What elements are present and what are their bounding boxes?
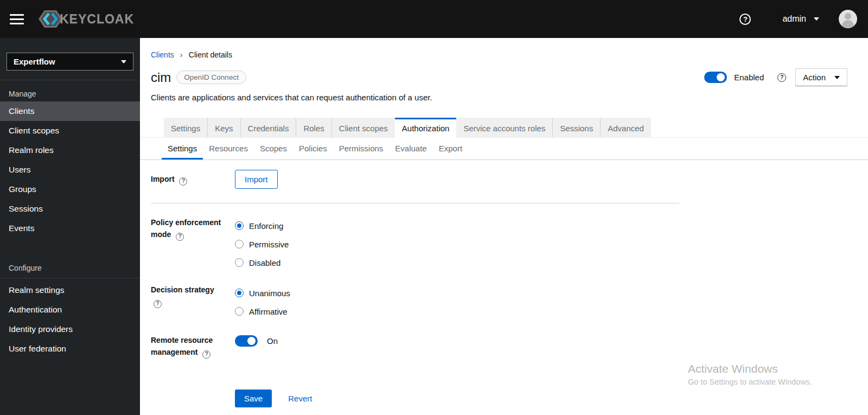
page-description: Clients are applications and services th… — [151, 93, 847, 102]
tab-advanced[interactable]: Advanced — [601, 118, 651, 137]
enabled-toggle[interactable] — [704, 72, 727, 83]
username: admin — [782, 14, 806, 24]
sidebar: Expertflow Manage Clients Client scopes … — [0, 38, 140, 415]
breadcrumb-clients-link[interactable]: Clients — [151, 50, 174, 59]
content-area: Clients › Client details cim OpenID Conn… — [140, 38, 868, 415]
tab-roles[interactable]: Roles — [296, 118, 331, 137]
client-tabs: Settings Keys Credentials Roles Client s… — [140, 118, 868, 138]
nav-group-configure: Configure Realm settings Authentication … — [0, 254, 140, 359]
form-divider — [151, 203, 679, 203]
policy-enforcement-mode-radios: Enforcing Permissive Disabled — [235, 216, 289, 272]
nav-group-title: Manage — [0, 80, 140, 101]
import-label: Import ? — [151, 173, 224, 186]
chevron-down-icon — [814, 17, 819, 21]
tab-keys[interactable]: Keys — [208, 118, 240, 137]
action-label: Action — [803, 73, 826, 82]
radio-icon[interactable] — [235, 240, 244, 248]
realm-selector[interactable]: Expertflow — [7, 53, 133, 71]
radio-icon[interactable] — [235, 221, 244, 230]
sidebar-item-realm-roles[interactable]: Realm roles — [0, 141, 140, 160]
subtab-permissions[interactable]: Permissions — [333, 138, 390, 159]
protocol-badge: OpenID Connect — [176, 71, 246, 84]
radio-icon[interactable] — [235, 307, 244, 316]
subtab-policies[interactable]: Policies — [293, 138, 333, 159]
radio-affirmative[interactable]: Affirmative — [235, 302, 290, 321]
sidebar-item-authentication[interactable]: Authentication — [0, 300, 140, 320]
avatar[interactable] — [839, 10, 857, 28]
sidebar-item-users[interactable]: Users — [0, 160, 140, 180]
tab-client-scopes[interactable]: Client scopes — [332, 118, 395, 137]
decision-strategy-help-icon[interactable]: ? — [154, 300, 162, 308]
sidebar-item-realm-settings[interactable]: Realm settings — [0, 280, 140, 300]
radio-icon[interactable] — [235, 289, 244, 297]
breadcrumb: Clients › Client details — [151, 50, 847, 59]
chevron-down-icon — [834, 76, 840, 79]
brand-name: KEYCLOAK — [60, 12, 134, 27]
page-title: cim — [151, 70, 171, 85]
sidebar-item-clients[interactable]: Clients — [0, 101, 140, 121]
remote-resource-management-toggle[interactable] — [235, 335, 258, 347]
sidebar-item-identity-providers[interactable]: Identity providers — [0, 320, 140, 339]
hamburger-menu-icon[interactable] — [10, 14, 24, 24]
tab-authorization[interactable]: Authorization — [395, 118, 457, 138]
tab-credentials[interactable]: Credentials — [241, 118, 297, 137]
help-icon[interactable]: ? — [739, 14, 751, 25]
radio-icon[interactable] — [235, 258, 244, 267]
sidebar-item-user-federation[interactable]: User federation — [0, 339, 140, 359]
breadcrumb-separator-icon: › — [180, 50, 183, 59]
subtab-resources[interactable]: Resources — [203, 138, 254, 159]
enabled-help-icon[interactable]: ? — [777, 73, 786, 82]
subtab-evaluate[interactable]: Evaluate — [389, 138, 432, 159]
radio-unanimous[interactable]: Unanimous — [235, 284, 290, 302]
radio-disabled[interactable]: Disabled — [235, 253, 289, 272]
activate-windows-watermark: Activate Windows Go to Settings to activ… — [688, 362, 812, 386]
revert-link[interactable]: Revert — [288, 394, 312, 403]
radio-enforcing[interactable]: Enforcing — [235, 216, 289, 235]
remote-resource-management-help-icon[interactable]: ? — [202, 350, 210, 359]
import-button[interactable]: Import — [235, 170, 278, 189]
subtab-export[interactable]: Export — [433, 138, 468, 159]
sidebar-item-groups[interactable]: Groups — [0, 180, 140, 199]
tab-service-accounts-roles[interactable]: Service accounts roles — [456, 118, 553, 137]
authorization-subtabs: Settings Resources Scopes Policies Permi… — [140, 138, 868, 160]
avatar-person-icon — [845, 13, 851, 20]
radio-permissive[interactable]: Permissive — [235, 235, 289, 253]
remote-resource-management-label: Remote resource management ? — [151, 334, 224, 359]
enabled-label: Enabled — [734, 73, 764, 82]
toggle-state-label: On — [267, 336, 278, 346]
decision-strategy-label: Decision strategy ? — [151, 284, 224, 308]
action-dropdown[interactable]: Action — [795, 68, 847, 86]
decision-strategy-radios: Unanimous Affirmative — [235, 284, 290, 321]
policy-enforcement-mode-label: Policy enforcement mode ? — [151, 216, 224, 241]
sidebar-item-client-scopes[interactable]: Client scopes — [0, 121, 140, 141]
tab-sessions[interactable]: Sessions — [553, 118, 601, 137]
nav-group-manage: Manage Clients Client scopes Realm roles… — [0, 80, 140, 238]
nav-group-title: Configure — [0, 254, 140, 276]
subtab-scopes[interactable]: Scopes — [254, 138, 293, 159]
import-help-icon[interactable]: ? — [179, 177, 187, 186]
tab-settings[interactable]: Settings — [164, 118, 208, 137]
save-button[interactable]: Save — [235, 390, 272, 407]
user-menu[interactable]: admin — [782, 14, 819, 24]
policy-enforcement-mode-help-icon[interactable]: ? — [176, 233, 184, 241]
masthead: KEYCLOAK ? admin — [0, 0, 868, 38]
sidebar-item-sessions[interactable]: Sessions — [0, 199, 140, 219]
subtab-settings[interactable]: Settings — [162, 138, 203, 159]
chevron-down-icon — [121, 60, 126, 63]
realm-name: Expertflow — [14, 57, 55, 66]
breadcrumb-current: Client details — [189, 50, 232, 59]
keycloak-logo[interactable]: KEYCLOAK — [38, 7, 134, 31]
sidebar-divider — [0, 278, 140, 278]
sidebar-item-events[interactable]: Events — [0, 219, 140, 238]
